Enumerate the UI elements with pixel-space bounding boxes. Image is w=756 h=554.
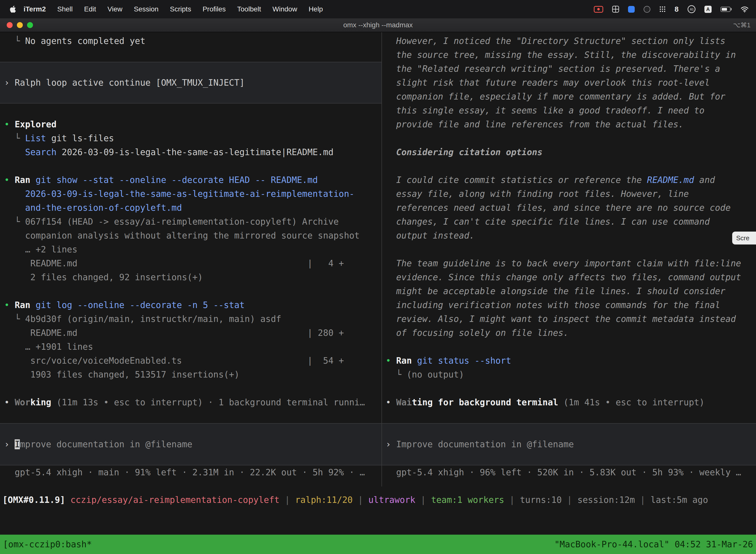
text-segment: (1m 41s • esc to interrupt): [558, 397, 704, 407]
number-badge-icon[interactable]: 8: [675, 5, 679, 13]
terminal-line: • Working (11m 13s • esc to interrupt) ·…: [0, 395, 381, 409]
text-segment: List: [25, 133, 46, 143]
text-segment: the source tree, missing the essay. Stil…: [386, 50, 736, 60]
right-transcript: However, I noticed the "Directory Struct…: [382, 34, 756, 409]
terminal-line: • Waiting for background terminal (1m 41…: [382, 395, 756, 409]
text-segment: However, I noticed the "Directory Struct…: [386, 36, 726, 46]
terminal-line: └ 067f154 (HEAD -> essay/ai-reimplementa…: [0, 215, 381, 229]
terminal-window: └ No agents completed yet › Ralph loop a…: [0, 32, 756, 554]
input-source-icon[interactable]: A: [704, 6, 712, 13]
screen-chip-button[interactable]: Scre: [732, 232, 756, 244]
menu-item-session[interactable]: Session: [128, 5, 164, 13]
menu-item-help[interactable]: Help: [303, 5, 329, 13]
terminal-panes: └ No agents completed yet › Ralph loop a…: [0, 32, 756, 487]
text-segment: gpt-5.4 xhigh · 96% left · 520K in · 5.8…: [386, 467, 741, 477]
battery-fill: [722, 8, 727, 11]
left-transcript: • Explored └ List git ls-files Search 20…: [0, 117, 381, 409]
menu-item-profiles[interactable]: Profiles: [197, 5, 232, 13]
text-segment: └: [386, 370, 406, 380]
text-segment: Ran: [396, 356, 412, 366]
menu-item-shell[interactable]: Shell: [52, 5, 78, 13]
window-tiling-icon[interactable]: [612, 6, 619, 13]
terminal-line: • Ran git status --short: [382, 354, 756, 368]
text-segment: 2026-03-09-is-legal-the-same-as-legitima…: [25, 189, 355, 199]
tmux-host-clock-label: "MacBook-Pro-44.local" 04:52 31-Mar-26: [554, 539, 753, 549]
minimize-window-button[interactable]: [17, 22, 23, 28]
terminal-line: • Ran git show --stat --oneline --decora…: [0, 173, 381, 187]
terminal-line: might be acceptable alongside the file l…: [382, 284, 756, 298]
text-segment: Ralph loop active continue [OMX_TMUX_INJ…: [15, 78, 245, 88]
terminal-line: this single essay, it seems like a good …: [382, 104, 756, 117]
text-segment: ›: [4, 78, 15, 88]
text-segment: Ran: [15, 300, 30, 310]
right-prompt-input[interactable]: › Improve documentation in @filename: [382, 423, 756, 465]
text-segment: |: [353, 495, 368, 505]
menu-item-toolbelt[interactable]: Toolbelt: [232, 5, 267, 13]
text-segment: •: [4, 175, 15, 185]
text-segment: └: [4, 36, 25, 46]
battery-body: [720, 7, 731, 12]
menu-item-scripts[interactable]: Scripts: [164, 5, 197, 13]
text-segment: review. Also, I might want to inspect th…: [386, 314, 736, 324]
terminal-line: 1903 files changed, 513517 insertions(+): [0, 368, 381, 382]
text-segment: turns:10: [520, 495, 562, 505]
menu-item-window[interactable]: Window: [267, 5, 303, 13]
agents-status-line: └ No agents completed yet: [0, 34, 381, 48]
blank-line: [382, 409, 756, 423]
text-segment: king: [30, 397, 51, 407]
text-segment: Wai: [396, 397, 412, 407]
left-prompt-input-text: › Improve documentation in @filename: [0, 437, 192, 451]
menu-item-view[interactable]: View: [102, 5, 128, 13]
terminal-line: [382, 242, 756, 257]
text-segment: [4, 189, 25, 199]
text-segment: slight risk that future readers may over…: [386, 78, 710, 88]
text-segment: including verification notes with those …: [386, 300, 720, 310]
text-segment: last:5m ago: [650, 495, 708, 505]
text-segment: README.md | 280 +: [4, 328, 344, 338]
text-segment: Considering citation options: [386, 147, 543, 157]
terminal-line: • Ran git log --oneline --decorate -n 5 …: [0, 298, 381, 312]
text-segment: •: [386, 356, 396, 366]
window-shortcut-badge: ⌥⌘1: [733, 21, 751, 29]
wifi-icon[interactable]: [741, 6, 749, 13]
text-segment: 1903 files changed, 513517 insertions(+): [4, 370, 239, 380]
text-segment: Explored: [15, 119, 57, 129]
zoom-window-button[interactable]: [27, 22, 33, 28]
battery-icon[interactable]: [720, 7, 732, 12]
terminal-line: 2026-03-09-is-legal-the-same-as-legitima…: [0, 187, 381, 201]
terminal-line: [382, 159, 756, 173]
ralph-loop-banner: › Ralph loop active continue [OMX_TMUX_I…: [0, 62, 381, 104]
blue-app-icon[interactable]: [628, 6, 635, 13]
terminal-line: references need actual files, and since …: [382, 201, 756, 215]
dots-grid-icon[interactable]: [659, 6, 666, 12]
right-prompt-input-text: › Improve documentation in @filename: [382, 437, 574, 451]
terminal-line: review. Also, I might want to inspect th…: [382, 312, 756, 326]
gauge-meter-icon[interactable]: .61: [688, 5, 695, 13]
tmux-status-bar: [omx-cczip0:bash* "MacBook-Pro-44.local"…: [0, 535, 756, 554]
terminal-line: Search 2026-03-09-is-legal-the-same-as-l…: [0, 145, 381, 159]
terminal-line: [0, 382, 381, 395]
text-segment: |: [635, 495, 650, 505]
traffic-lights: [7, 22, 33, 28]
terminal-line: output instead.: [382, 229, 756, 242]
text-segment: No agents completed yet: [25, 36, 145, 46]
left-prompt-input[interactable]: › Improve documentation in @filename: [0, 423, 381, 465]
left-model-status-line: gpt-5.4 xhigh · main · 91% left · 2.31M …: [0, 465, 381, 479]
close-window-button[interactable]: [7, 22, 13, 28]
text-segment: references need actual files, and since …: [386, 203, 731, 213]
text-segment: Search: [25, 147, 56, 157]
omx-session-status-bar: [OMX#0.11.9] cczip/essay/ai-reimplementa…: [0, 490, 756, 510]
menu-item-edit[interactable]: Edit: [78, 5, 102, 13]
record-dot-icon: [597, 8, 600, 10]
text-segment: cczip/essay/ai-reimplementation-copyleft: [70, 495, 279, 505]
text-segment: └: [4, 133, 25, 143]
text-segment: 067f154 (HEAD -> essay/ai-reimplementati…: [25, 217, 338, 227]
menu-item-iterm2[interactable]: iTerm2: [18, 5, 52, 13]
terminal-line: The team guideline is to back every impo…: [382, 257, 756, 270]
terminal-line: … +1901 lines: [0, 340, 381, 354]
dark-app-icon[interactable]: [644, 6, 650, 13]
apple-menu-icon[interactable]: [10, 5, 16, 13]
text-segment: team:1 workers: [431, 495, 504, 505]
text-segment: output instead.: [386, 231, 475, 240]
screen-recording-indicator-icon[interactable]: [594, 6, 603, 13]
